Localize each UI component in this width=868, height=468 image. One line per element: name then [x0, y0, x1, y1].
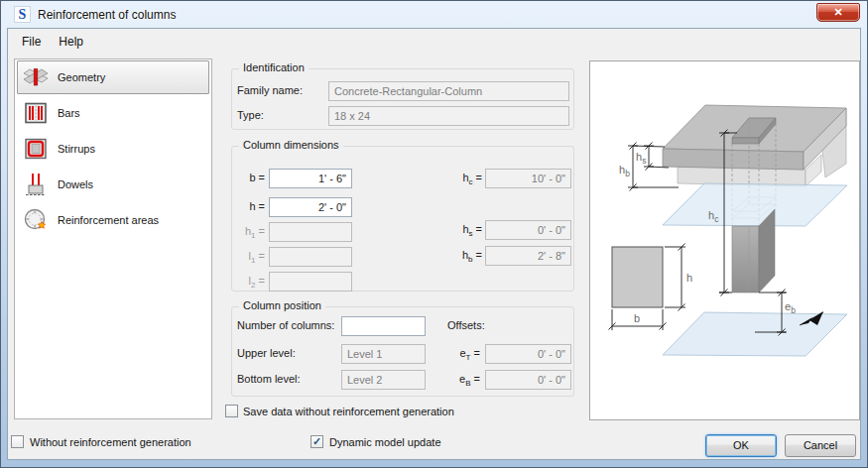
column-front-face [732, 226, 759, 292]
dim-label-l1: l1 = [231, 250, 265, 265]
diagram-label-b: b [634, 312, 640, 324]
bottom-level-label: Bottom level: [237, 373, 301, 385]
save-data-checkbox[interactable] [225, 405, 238, 417]
dim-label-b: b = [231, 172, 265, 186]
dim-field-l1 [269, 247, 352, 267]
upper-level-plane [663, 183, 847, 226]
column-diagram: hb hs hc h b eb [590, 61, 859, 419]
app-icon: S [14, 6, 31, 23]
dim-field-hs: 0' - 0" [485, 220, 571, 240]
sidebar-item-label: Bars [58, 107, 80, 119]
dim-label-hs: hs = [445, 223, 482, 238]
sidebar-item-label: Geometry [58, 71, 105, 83]
dim-field-hb: 2' - 8" [485, 246, 571, 266]
reinforcement-areas-icon [23, 207, 49, 233]
type-label: Type: [237, 109, 264, 121]
sidebar-item-geometry[interactable]: Geometry [17, 60, 209, 94]
offset-eb-label: eB = [440, 373, 480, 388]
save-data-checkbox-label: Save data without reinforcement generati… [243, 406, 454, 417]
upper-level-label: Upper level: [237, 347, 296, 359]
title-bar[interactable]: S Reinforcement of columns ✕ [1, 1, 867, 28]
slab-front-face [663, 149, 804, 170]
sidebar-item-dowels[interactable]: Dowels [17, 168, 209, 201]
family-name-field: Concrete-Rectangular-Column [328, 81, 569, 101]
type-field: 18 x 24 [328, 106, 569, 126]
menu-help[interactable]: Help [50, 32, 92, 52]
diagram-label-hs: hs [636, 151, 646, 166]
dim-label-l2: l2 = [231, 275, 265, 290]
without-generation-checkbox[interactable] [11, 435, 24, 448]
section-rectangle [612, 247, 663, 307]
window-title: Reinforcement of columns [38, 8, 176, 22]
offset-et-field: 0' - 0" [485, 344, 571, 364]
number-of-columns-field[interactable] [341, 316, 426, 336]
dim-field-h[interactable]: 2' - 0" [269, 197, 352, 217]
sidebar-item-bars[interactable]: Bars [17, 96, 209, 130]
dim-field-h1 [269, 222, 352, 242]
stirrups-icon [23, 136, 49, 162]
offset-eb-field: 0' - 0" [485, 370, 571, 390]
dim-label-hb: hb = [445, 249, 482, 264]
offset-et-label: eT = [440, 347, 480, 362]
bottom-level-field: Level 2 [341, 370, 426, 390]
sidebar-item-stirrups[interactable]: Stirrups [17, 132, 209, 166]
number-of-columns-label: Number of columns: [237, 319, 334, 331]
group-title: Column position [239, 299, 325, 311]
dim-label-h1: h1 = [231, 225, 265, 240]
sidebar-item-label: Dowels [58, 178, 93, 190]
dynamic-update-checkbox-label: Dynamic model update [329, 436, 441, 448]
ok-button[interactable]: OK [705, 434, 777, 457]
upper-level-field: Level 1 [341, 344, 426, 364]
close-button[interactable]: ✕ [816, 3, 860, 22]
dim-field-b[interactable]: 1' - 6" [269, 169, 352, 188]
family-name-label: Family name: [237, 84, 303, 96]
group-title: Identification [239, 61, 309, 73]
category-sidebar: Geometry Bars [14, 58, 212, 419]
dim-label-h: h = [231, 200, 265, 215]
dim-field-hc: 10' - 0" [485, 169, 571, 188]
menu-bar: File Help [13, 32, 92, 52]
diagram-label-h: h [686, 272, 692, 284]
sidebar-item-reinforcement-areas[interactable]: Reinforcement areas [17, 203, 209, 237]
group-title: Column dimensions [239, 139, 343, 151]
dim-label-hc: hc = [445, 172, 482, 186]
dialog-reinforcement-of-columns: S Reinforcement of columns ✕ File Help G… [0, 0, 868, 468]
offsets-label: Offsets: [447, 319, 485, 331]
without-generation-checkbox-label: Without reinforcement generation [30, 436, 191, 448]
menu-file[interactable]: File [13, 32, 50, 52]
diagram-label-eb: eb [785, 300, 796, 315]
diagram-label-hb: hb [619, 164, 630, 178]
geometry-icon [23, 64, 49, 90]
bars-icon [23, 100, 49, 126]
dynamic-update-checkbox[interactable]: ✓ [310, 435, 323, 448]
sidebar-item-label: Reinforcement areas [58, 214, 159, 226]
column-diagram-panel: hb hs hc h b eb [589, 60, 860, 420]
sidebar-item-label: Stirrups [58, 143, 95, 155]
dim-field-l2 [269, 272, 352, 292]
cancel-button[interactable]: Cancel [785, 434, 856, 457]
dowels-icon [23, 172, 49, 197]
